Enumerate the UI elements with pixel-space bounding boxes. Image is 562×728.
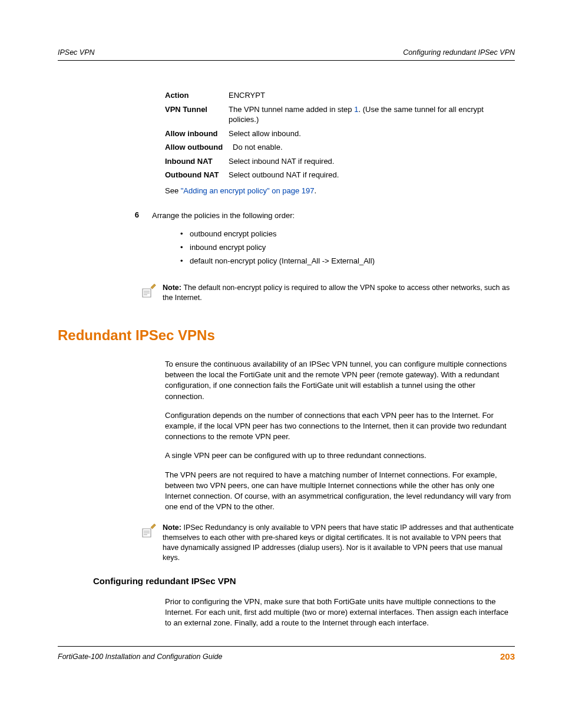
note-text: Note: The default non-encrypt policy is … bbox=[163, 283, 515, 303]
bullet-list: •outbound encrypt policies •inbound encr… bbox=[180, 229, 515, 265]
def-value-outbound-nat: Select outbound NAT if required. bbox=[229, 170, 339, 180]
heading-configuring-redundant: Configuring redundant IPSec VPN bbox=[93, 576, 515, 586]
def-label-vpn-tunnel: VPN Tunnel bbox=[165, 104, 229, 125]
body-paragraph: Configuration depends on the number of c… bbox=[165, 410, 515, 443]
bullet-text: inbound encrypt policy bbox=[190, 243, 266, 252]
definition-table: Action ENCRYPT VPN Tunnel The VPN tunnel… bbox=[165, 90, 515, 180]
list-item: •inbound encrypt policy bbox=[180, 243, 515, 252]
list-item: •outbound encrypt policies bbox=[180, 229, 515, 238]
def-value-allow-outbound: Do not enable. bbox=[233, 142, 283, 153]
note-block: Note: IPSec Redundancy is only available… bbox=[139, 523, 515, 563]
heading-redundant-ipsec-vpns: Redundant IPSec VPNs bbox=[58, 327, 515, 344]
page-number: 203 bbox=[500, 651, 515, 661]
def-value-allow-inbound: Select allow inbound. bbox=[229, 129, 301, 139]
bullet-icon: • bbox=[180, 256, 190, 265]
def-label-outbound-nat: Outbound NAT bbox=[165, 170, 229, 180]
header-left: IPSec VPN bbox=[58, 48, 95, 57]
note-icon bbox=[139, 283, 163, 304]
note-label: Note: bbox=[163, 284, 183, 292]
body-paragraph: A single VPN peer can be configured with… bbox=[165, 450, 515, 461]
body-paragraph: The VPN peers are not required to have a… bbox=[165, 470, 515, 513]
bullet-icon: • bbox=[180, 229, 190, 238]
body-paragraph: To ensure the continuous availability of… bbox=[165, 359, 515, 402]
step-6: 6 Arrange the policies in the following … bbox=[58, 210, 515, 221]
def-label-inbound-nat: Inbound NAT bbox=[165, 156, 229, 167]
note-label: Note: bbox=[163, 523, 183, 532]
def-label-allow-outbound: Allow outbound bbox=[165, 142, 233, 153]
bullet-text: default non-encrypt policy (Internal_All… bbox=[190, 256, 375, 265]
see-line: See "Adding an encrypt policy" on page 1… bbox=[165, 186, 515, 195]
note-icon bbox=[139, 523, 163, 543]
def-value-inbound-nat: Select inbound NAT if required. bbox=[229, 156, 334, 167]
body-paragraph: Prior to configuring the VPN, make sure … bbox=[165, 597, 515, 629]
bullet-icon: • bbox=[180, 243, 190, 252]
vpn-tunnel-text-1: The VPN tunnel name added in step bbox=[229, 105, 354, 114]
footer-left: FortiGate-100 Installation and Configura… bbox=[58, 653, 222, 661]
see-pre: See bbox=[165, 186, 181, 195]
def-label-action: Action bbox=[165, 90, 229, 101]
step-text: Arrange the policies in the following or… bbox=[152, 210, 295, 221]
step-number: 6 bbox=[58, 210, 152, 221]
note-body: IPSec Redundancy is only available to VP… bbox=[163, 523, 514, 562]
header-right: Configuring redundant IPSec VPN bbox=[403, 48, 515, 57]
note-body: The default non-encrypt policy is requir… bbox=[163, 284, 510, 302]
def-label-allow-inbound: Allow inbound bbox=[165, 129, 229, 139]
encrypt-policy-link[interactable]: "Adding an encrypt policy" on page 197 bbox=[181, 186, 315, 195]
note-text: Note: IPSec Redundancy is only available… bbox=[163, 523, 515, 563]
list-item: •default non-encrypt policy (Internal_Al… bbox=[180, 256, 515, 265]
def-value-action: ENCRYPT bbox=[229, 90, 265, 101]
page-footer: FortiGate-100 Installation and Configura… bbox=[58, 646, 515, 661]
bullet-text: outbound encrypt policies bbox=[190, 229, 276, 238]
see-post: . bbox=[315, 186, 317, 195]
note-block: Note: The default non-encrypt policy is … bbox=[139, 283, 515, 304]
page-header: IPSec VPN Configuring redundant IPSec VP… bbox=[58, 48, 515, 61]
def-value-vpn-tunnel: The VPN tunnel name added in step 1. (Us… bbox=[229, 104, 515, 125]
